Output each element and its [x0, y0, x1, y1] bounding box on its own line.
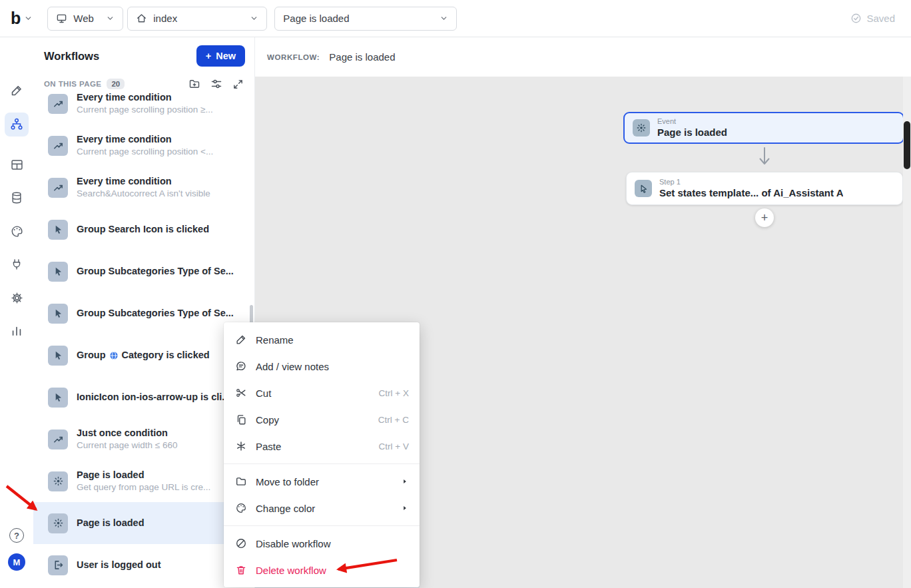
- rail-item-design[interactable]: [5, 79, 29, 103]
- node-title: Page is loaded: [657, 127, 727, 139]
- step-node[interactable]: Step 1 Set states template... of Ai_Assi…: [626, 172, 903, 205]
- menu-item-copy[interactable]: Copy Ctrl + C: [224, 406, 420, 433]
- layout-icon: [10, 158, 24, 172]
- menu-item-label: Change color: [256, 503, 315, 514]
- workflow-list-item[interactable]: User is logged out: [33, 544, 254, 586]
- workflow-list-item[interactable]: Every time condition Search&Autocorrect …: [33, 166, 254, 208]
- workflow-list: Every time condition Current page scroll…: [33, 93, 254, 588]
- globe-icon: [109, 351, 119, 360]
- condition-trend-icon: [48, 136, 68, 156]
- menu-item-rename[interactable]: Rename: [224, 326, 420, 353]
- workflow-list-item[interactable]: Every time condition Current page scroll…: [33, 125, 254, 166]
- pencil-icon: [10, 84, 23, 97]
- event-node[interactable]: Event Page is loaded: [623, 112, 904, 144]
- workflow-list-item[interactable]: Group Search Icon is clicked: [33, 208, 254, 250]
- workflow-list-item[interactable]: Group Subcategories Type of Se...: [33, 292, 254, 334]
- flow-down-arrow-icon: [757, 145, 772, 169]
- workflow-title: IonicIcon ion-ios-arrow-up is cli...: [77, 391, 230, 403]
- node-title: Set states template... of Ai_Assistant A: [659, 187, 843, 199]
- section-label: ON THIS PAGE: [44, 80, 101, 88]
- cursor-click-icon: [635, 180, 652, 197]
- rail-item-data[interactable]: [5, 186, 29, 210]
- workflow-title: Every time condition: [77, 175, 210, 187]
- expand-icon[interactable]: [232, 79, 244, 90]
- mode-dropdown[interactable]: Web: [47, 7, 123, 31]
- workflow-title-suffix: Category is clicked: [122, 349, 210, 361]
- page-dropdown[interactable]: index: [127, 7, 267, 31]
- workflow-list-item[interactable]: IonicIcon ion-ios-arrow-up is cli...: [33, 376, 254, 418]
- menu-shortcut: Ctrl + X: [379, 388, 409, 398]
- menu-item-delete-workflow[interactable]: Delete workflow: [224, 557, 420, 583]
- app-logo-menu[interactable]: b: [11, 10, 33, 27]
- menu-item-label: Disable workflow: [256, 538, 331, 549]
- add-step-button[interactable]: +: [755, 208, 774, 227]
- save-status: Saved: [850, 13, 895, 24]
- menu-item-add-view-notes[interactable]: Add / view notes: [224, 353, 420, 380]
- rail-item-styles[interactable]: [5, 219, 29, 243]
- menu-item-label: Copy: [256, 414, 279, 426]
- current-workflow-name: Page is loaded: [329, 51, 395, 63]
- new-workflow-button[interactable]: + New: [196, 45, 245, 67]
- workflow-title: Page is loaded: [77, 469, 210, 481]
- panel-title: Workflows: [44, 50, 99, 63]
- workflow-title: Just once condition: [77, 427, 178, 439]
- plug-icon: [10, 258, 23, 271]
- workflow-title: Every time condition: [77, 93, 213, 103]
- node-kind: Event: [657, 117, 727, 126]
- workflow-subtitle: Current page scrolling position ≥...: [77, 105, 213, 116]
- workflow-list-item-selected[interactable]: Page is loaded: [33, 502, 254, 544]
- page-loaded-sun-icon: [633, 119, 650, 137]
- mode-dropdown-value: Web: [73, 13, 94, 24]
- save-status-label: Saved: [866, 13, 895, 24]
- workflow-list-item[interactable]: Page is loaded Get query from page URL i…: [33, 460, 254, 502]
- folder-plus-icon[interactable]: [188, 78, 200, 90]
- page-dropdown-value: index: [153, 13, 177, 24]
- menu-item-disable-workflow[interactable]: Disable workflow: [224, 530, 420, 557]
- database-icon: [10, 191, 23, 204]
- cursor-click-icon: [48, 388, 68, 408]
- page-loaded-sun-icon: [48, 471, 68, 491]
- workflow-title: Group Search Icon is clicked: [77, 223, 209, 235]
- canvas-header: WORKFLOW: Page is loaded: [255, 37, 911, 77]
- submenu-caret-icon: [401, 477, 409, 485]
- workflow-list-item[interactable]: Just once condition Current page width ≤…: [33, 418, 254, 460]
- menu-item-cut[interactable]: Cut Ctrl + X: [224, 380, 420, 406]
- rail-item-layout[interactable]: [5, 152, 29, 176]
- on-this-page-section: ON THIS PAGE 20: [33, 75, 254, 93]
- workflow-list-item[interactable]: Every time condition Current page scroll…: [33, 93, 254, 125]
- new-button-label: New: [216, 51, 236, 61]
- workflow-list-item[interactable]: Group Category is clicked: [33, 334, 254, 376]
- workflow-title: Group Subcategories Type of Se...: [77, 307, 234, 319]
- node-kind: Step 1: [659, 178, 843, 186]
- submenu-caret-icon: [401, 504, 409, 512]
- menu-item-label: Rename: [256, 334, 294, 346]
- filter-sliders-icon[interactable]: [210, 78, 222, 90]
- workflow-label: WORKFLOW:: [267, 53, 320, 61]
- canvas-scrollbar-track[interactable]: [903, 77, 911, 588]
- bubble-logo: b: [11, 10, 21, 27]
- rail-item-workflow[interactable]: [5, 113, 29, 137]
- trash-icon: [234, 564, 247, 576]
- user-avatar[interactable]: M: [8, 553, 25, 571]
- copy-icon: [234, 414, 247, 426]
- cursor-click-icon: [48, 220, 68, 240]
- rail-item-settings[interactable]: [5, 286, 29, 310]
- comment-icon: [234, 360, 247, 372]
- canvas-scrollbar-thumb[interactable]: [904, 121, 910, 169]
- workflow-dropdown-value: Page is loaded: [283, 13, 349, 24]
- paste-asterisk-icon: [234, 440, 247, 452]
- workflow-list-item[interactable]: Group Subcategories Type of Se...: [33, 250, 254, 292]
- plus-icon: +: [206, 51, 211, 61]
- menu-divider: [224, 525, 420, 526]
- menu-divider: [224, 463, 420, 464]
- left-icon-rail: ? M: [0, 37, 33, 588]
- question-mark: ?: [14, 531, 19, 541]
- menu-item-move-to-folder[interactable]: Move to folder: [224, 468, 420, 495]
- help-button[interactable]: ?: [9, 528, 24, 543]
- rail-item-plugins[interactable]: [5, 252, 29, 276]
- menu-item-paste[interactable]: Paste Ctrl + V: [224, 433, 420, 459]
- workflow-dropdown[interactable]: Page is loaded: [274, 7, 457, 31]
- workflow-title: Every time condition: [77, 133, 213, 145]
- menu-item-change-color[interactable]: Change color: [224, 495, 420, 521]
- rail-item-logs[interactable]: [5, 319, 29, 343]
